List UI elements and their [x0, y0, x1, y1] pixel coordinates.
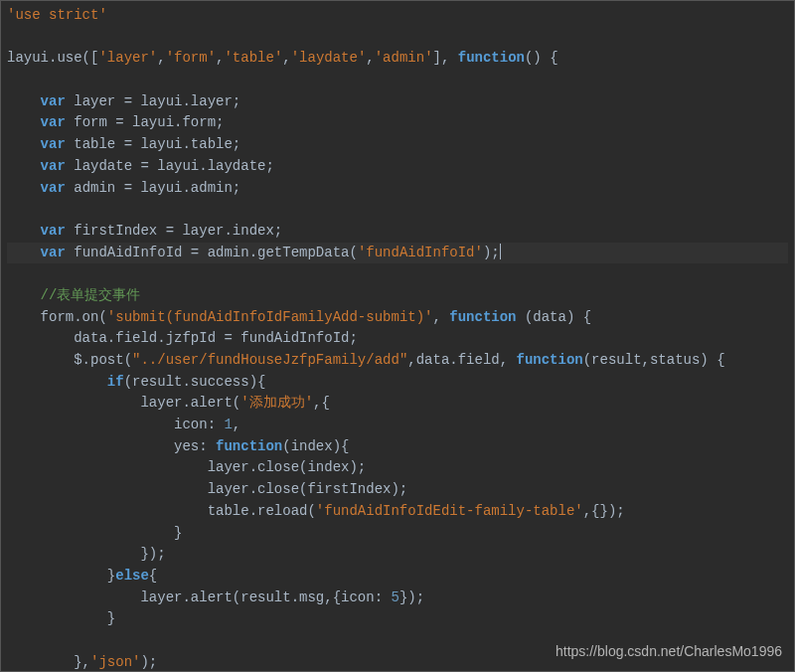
code-line: }); [140, 546, 165, 562]
code-line: layer.close(firstIndex); [208, 481, 408, 497]
code-line: layer.alert('添加成功',{ [140, 395, 329, 411]
keyword-var: var [41, 180, 66, 196]
code-line: }else{ [107, 568, 157, 584]
code-line: },'json'); [74, 654, 157, 670]
code-line: icon: 1, [174, 417, 240, 432]
comment: //表单提交事件 [41, 287, 141, 303]
code-line: } [107, 610, 115, 626]
watermark: https://blog.csdn.net/CharlesMo1996 [556, 641, 782, 663]
code-line: layer.close(index); [208, 459, 367, 475]
code-line: } [174, 525, 182, 541]
code-editor[interactable]: 'use strict' layui.use(['layer','form','… [1, 1, 794, 672]
code-line: data.field.jzfpId = fundAidInfoId; [74, 330, 358, 346]
code-line: layui.use(['layer','form','table','layda… [7, 50, 558, 66]
code-line: yes: function(index){ [174, 438, 349, 454]
keyword-var: var [41, 223, 66, 239]
code-line: form = layui.form; [66, 114, 225, 130]
code-line: $.post("../user/fundHouseJzfpFamily/add"… [74, 352, 724, 368]
code-line: table = layui.table; [66, 136, 240, 152]
code-line: layer = layui.layer; [66, 93, 240, 109]
code-line: layer.alert(result.msg,{icon: 5}); [140, 589, 424, 605]
keyword-var: var [41, 158, 66, 174]
code-line: laydate = layui.laydate; [66, 158, 274, 174]
code-line: admin = layui.admin; [66, 180, 240, 196]
code-line: if(result.success){ [107, 374, 266, 390]
code-line: firstIndex = layer.index; [66, 223, 282, 239]
highlighted-line: var fundAidInfoId = admin.getTempData('f… [7, 243, 788, 264]
code-line: table.reload('fundAidInfoIdEdit-family-t… [208, 503, 625, 519]
code-line: 'use strict' [7, 7, 107, 23]
keyword-var: var [41, 93, 66, 109]
keyword-var: var [41, 136, 66, 152]
keyword-var: var [41, 245, 66, 260]
code-line: form.on('submit(fundAidInfoIdFamilyAdd-s… [41, 309, 592, 325]
keyword-var: var [41, 114, 66, 130]
text-cursor [500, 244, 501, 259]
